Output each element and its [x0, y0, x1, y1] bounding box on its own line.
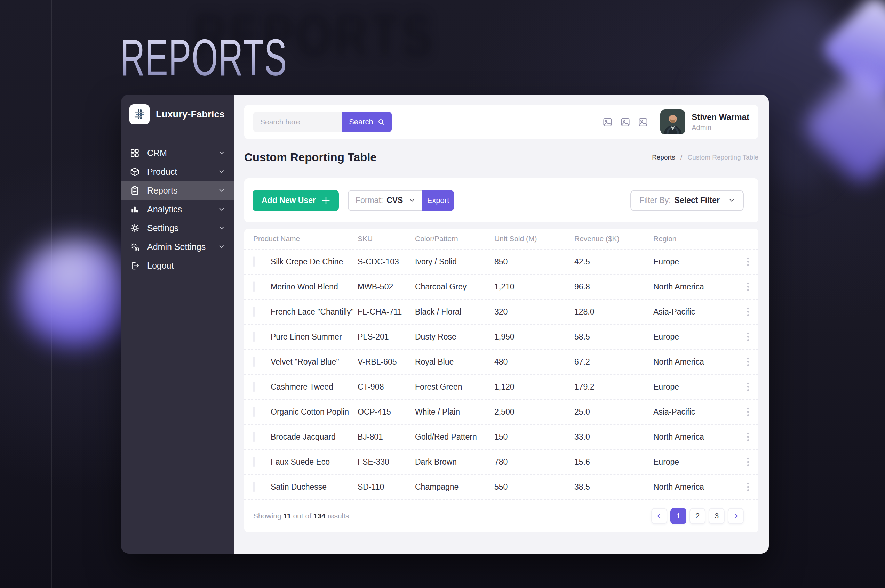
cell-unit-sold: 480: [494, 357, 574, 367]
cell-product-name: Velvet "Royal Blue": [271, 357, 358, 367]
cell-revenue: 58.5: [574, 332, 653, 342]
sidebar-item-logout[interactable]: Logout: [121, 256, 234, 275]
row-menu-icon[interactable]: [747, 382, 750, 391]
sidebar-item-label: Settings: [147, 223, 178, 233]
page-title: REPORTS: [120, 32, 287, 83]
row-checkbox[interactable]: [253, 306, 254, 317]
row-checkbox[interactable]: [253, 282, 254, 292]
avatar[interactable]: [660, 110, 685, 135]
cell-region: Asia-Pacific: [653, 307, 735, 316]
cell-product-name: Organic Cotton Poplin: [271, 407, 358, 417]
page-button-1[interactable]: 1: [670, 508, 686, 524]
next-page-button[interactable]: [728, 508, 744, 524]
row-checkbox[interactable]: [253, 357, 254, 367]
column-header-product-name: Product Name: [253, 235, 358, 243]
row-checkbox[interactable]: [253, 406, 254, 417]
search-group: Search: [253, 112, 392, 132]
image-placeholder-icon[interactable]: [621, 117, 630, 127]
sidebar-item-analytics[interactable]: Analytics: [121, 200, 234, 219]
image-placeholder-icon[interactable]: [638, 117, 648, 127]
bar-chart-icon: [130, 205, 140, 214]
sidebar-divider: [121, 134, 234, 135]
cell-product-name: Brocade Jacquard: [271, 432, 358, 442]
search-input[interactable]: [253, 112, 342, 132]
cell-product-name: Pure Linen Summer: [271, 332, 358, 342]
filter-select[interactable]: Filter By: Select Filter: [631, 190, 744, 211]
sidebar-item-product[interactable]: Product: [121, 162, 234, 181]
reporting-table: Product Name SKU Color/Pattern Unit Sold…: [244, 229, 759, 532]
user-name: Stiven Warmat: [692, 112, 750, 122]
row-menu-icon[interactable]: [747, 307, 750, 316]
row-checkbox[interactable]: [253, 382, 254, 392]
topbar-right: Stiven Warmat Admin: [595, 110, 750, 135]
page-button-2[interactable]: 2: [689, 508, 706, 524]
add-new-user-button[interactable]: Add New User: [253, 190, 339, 211]
chevron-down-icon: [218, 150, 225, 156]
cell-color-pattern: Gold/Red Pattern: [415, 432, 494, 442]
page-button-3[interactable]: 3: [709, 508, 725, 524]
table-row: Organic Cotton Poplin OCP-415 White / Pl…: [244, 399, 759, 424]
cell-unit-sold: 150: [494, 432, 574, 442]
column-header-unit-sold: Unit Sold (M): [494, 235, 574, 243]
table-row: Silk Crepe De Chine S-CDC-103 Ivory / So…: [244, 249, 759, 274]
main-content: Search: [234, 94, 769, 554]
topbar: Search: [244, 105, 759, 139]
row-menu-icon[interactable]: [747, 458, 750, 466]
cell-color-pattern: Royal Blue: [415, 357, 494, 367]
results-summary: Showing 11 out of 134 results: [253, 512, 349, 520]
image-placeholder-icon[interactable]: [603, 117, 612, 127]
table-row: Faux Suede Eco FSE-330 Dark Brown 780 15…: [244, 449, 759, 474]
app-window: Luxury-Fabrics CRM Produc: [121, 94, 769, 554]
row-menu-icon[interactable]: [747, 482, 750, 491]
sidebar-item-settings[interactable]: Settings: [121, 219, 234, 237]
row-checkbox[interactable]: [253, 332, 254, 342]
row-menu-icon[interactable]: [747, 432, 750, 441]
row-checkbox[interactable]: [253, 432, 254, 442]
cell-product-name: Cashmere Tweed: [271, 382, 358, 392]
cell-color-pattern: Forest Green: [415, 382, 494, 392]
row-checkbox[interactable]: [253, 482, 254, 492]
cell-unit-sold: 320: [494, 307, 574, 316]
cell-sku: CT-908: [358, 382, 415, 392]
gear-icon: [130, 224, 140, 233]
breadcrumb: Reports / Custom Reporting Table: [652, 154, 759, 161]
cell-unit-sold: 1,210: [494, 282, 574, 292]
export-button[interactable]: Export: [422, 190, 454, 211]
cell-unit-sold: 550: [494, 482, 574, 492]
results-shown: 11: [283, 512, 291, 520]
row-menu-icon[interactable]: [747, 332, 750, 341]
magnifier-icon: [378, 118, 385, 126]
sidebar-item-reports[interactable]: Reports: [121, 181, 234, 200]
add-new-user-label: Add New User: [262, 196, 316, 205]
box-icon: [130, 167, 140, 177]
sidebar-item-label: Logout: [147, 261, 174, 271]
row-checkbox[interactable]: [253, 457, 254, 467]
breadcrumb-separator: /: [680, 154, 682, 161]
cell-region: Europe: [653, 257, 735, 267]
search-button[interactable]: Search: [342, 112, 392, 132]
logout-icon: [130, 261, 140, 270]
row-menu-icon[interactable]: [747, 282, 750, 291]
search-button-label: Search: [349, 117, 373, 126]
breadcrumb-root[interactable]: Reports: [652, 154, 675, 161]
prev-page-button[interactable]: [651, 508, 667, 524]
cell-sku: V-RBL-605: [358, 357, 415, 367]
sidebar-item-label: Admin Settings: [147, 242, 206, 252]
cell-sku: MWB-502: [358, 282, 415, 292]
cell-color-pattern: Charcoal Grey: [415, 282, 494, 292]
cell-region: Europe: [653, 458, 735, 467]
row-menu-icon[interactable]: [747, 357, 750, 366]
table-row: Merino Wool Blend MWB-502 Charcoal Grey …: [244, 274, 759, 299]
cell-product-name: Merino Wool Blend: [271, 282, 358, 292]
cell-unit-sold: 1,120: [494, 382, 574, 392]
filter-label: Filter By:: [640, 196, 671, 205]
cell-revenue: 96.8: [574, 282, 653, 292]
format-select[interactable]: Format: CVS: [348, 190, 422, 211]
sidebar-item-admin-settings[interactable]: Admin Settings: [121, 237, 234, 256]
row-menu-icon[interactable]: [747, 257, 750, 266]
sidebar-item-crm[interactable]: CRM: [121, 144, 234, 162]
cell-product-name: Faux Suede Eco: [271, 458, 358, 467]
row-checkbox[interactable]: [253, 256, 254, 267]
row-menu-icon[interactable]: [747, 407, 750, 416]
column-header-revenue: Revenue ($K): [574, 235, 653, 243]
